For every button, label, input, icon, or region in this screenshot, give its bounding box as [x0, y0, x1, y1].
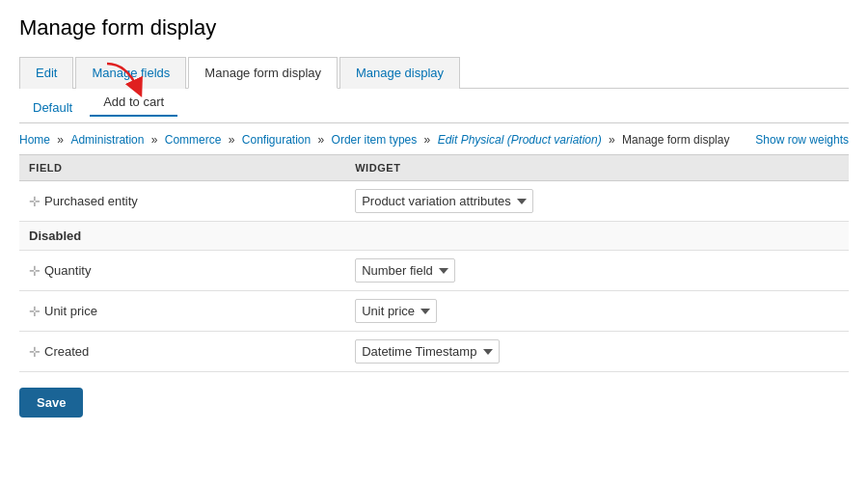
field-label-created: Created: [44, 344, 89, 359]
show-row-weights-link[interactable]: Show row weights: [755, 133, 849, 147]
breadcrumb: Home » Administration » Commerce » Confi…: [19, 133, 849, 147]
tab-edit[interactable]: Edit: [19, 57, 73, 89]
col-widget: WIDGET: [345, 155, 849, 181]
widget-select-created[interactable]: Datetime Timestamp: [355, 339, 500, 364]
breadcrumb-home[interactable]: Home: [19, 133, 50, 147]
drag-handle-unit-price[interactable]: ✛: [29, 304, 41, 319]
field-label-quantity: Quantity: [44, 263, 91, 278]
disabled-label: Disabled: [19, 222, 849, 251]
breadcrumb-configuration[interactable]: Configuration: [242, 133, 311, 147]
field-table: FIELD WIDGET ✛ Purchased entity Product …: [19, 154, 849, 372]
breadcrumb-commerce[interactable]: Commerce: [165, 133, 222, 147]
page-wrapper: Manage form display Edit Manage fields M…: [0, 0, 868, 433]
table-row: ✛ Unit price Unit price: [19, 291, 849, 332]
secondary-tabs: Default Add to cart: [19, 89, 849, 123]
field-cell-created: ✛ Created: [19, 332, 345, 372]
breadcrumb-edit-physical-label: Edit Physical (Product variation): [438, 133, 602, 147]
widget-cell-unit-price: Unit price: [345, 291, 849, 332]
breadcrumb-separator-5: »: [609, 133, 618, 147]
table-body: ✛ Purchased entity Product variation att…: [19, 181, 849, 372]
field-label-purchased-entity: Purchased entity: [44, 194, 138, 208]
breadcrumb-separator-0: »: [57, 133, 67, 147]
table-header: FIELD WIDGET: [19, 155, 849, 181]
breadcrumb-order-item-types[interactable]: Order item types: [332, 133, 418, 147]
widget-cell-purchased-entity: Product variation attributes: [345, 181, 849, 222]
table-row: ✛ Created Datetime Timestamp: [19, 332, 849, 372]
add-to-cart-tab-wrapper: Add to cart: [90, 94, 181, 122]
widget-cell-quantity: Number field: [345, 251, 849, 291]
field-cell-quantity: ✛ Quantity: [19, 251, 345, 291]
breadcrumb-administration[interactable]: Administration: [70, 133, 144, 147]
table-row: ✛ Quantity Number field: [19, 251, 849, 291]
breadcrumb-separator-4: »: [424, 133, 434, 147]
breadcrumb-manage-form-display: Manage form display: [622, 133, 729, 147]
drag-handle-created[interactable]: ✛: [29, 344, 41, 360]
save-button[interactable]: Save: [19, 388, 83, 418]
widget-select-unit-price[interactable]: Unit price: [355, 299, 437, 323]
field-label-unit-price: Unit price: [44, 304, 97, 318]
arrow-annotation-icon: [97, 62, 150, 98]
tab-manage-display[interactable]: Manage display: [339, 57, 460, 89]
field-cell-purchased-entity: ✛ Purchased entity: [19, 181, 345, 222]
tab-default[interactable]: Default: [19, 94, 86, 122]
disabled-header-row: Disabled: [19, 222, 849, 251]
widget-cell-created: Datetime Timestamp: [345, 332, 849, 372]
drag-handle-quantity[interactable]: ✛: [29, 263, 41, 279]
tab-manage-form-display[interactable]: Manage form display: [188, 57, 338, 89]
breadcrumb-separator-1: »: [151, 133, 161, 147]
col-field: FIELD: [19, 155, 345, 181]
breadcrumb-separator-3: »: [318, 133, 328, 147]
breadcrumb-edit-physical[interactable]: Edit Physical (Product variation): [438, 133, 602, 147]
widget-select-purchased-entity[interactable]: Product variation attributes: [355, 189, 533, 213]
breadcrumb-separator-2: »: [229, 133, 238, 147]
drag-handle-purchased-entity[interactable]: ✛: [29, 194, 41, 209]
breadcrumb-row: Show row weights Home » Administration »…: [19, 133, 849, 152]
field-cell-unit-price: ✛ Unit price: [19, 291, 345, 332]
table-row: ✛ Purchased entity Product variation att…: [19, 181, 849, 222]
widget-select-quantity[interactable]: Number field: [355, 258, 455, 283]
page-title: Manage form display: [19, 15, 849, 40]
